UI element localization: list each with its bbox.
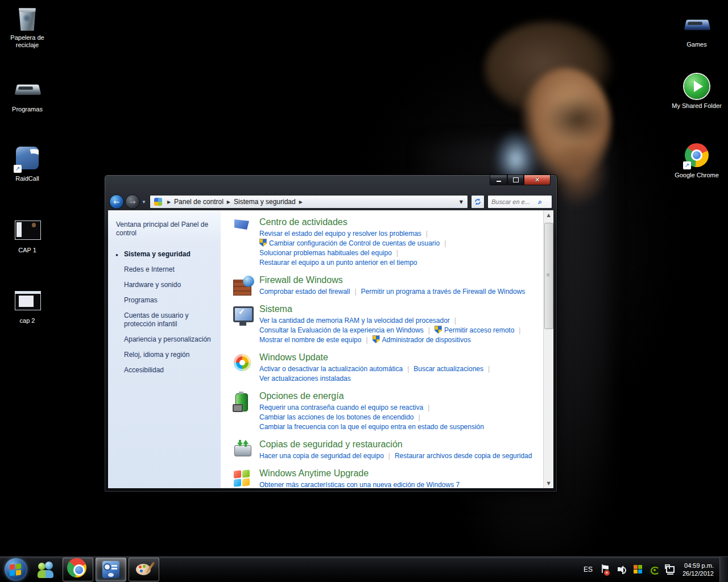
desktop-icon-google-chrome[interactable]: ↗ Google Chrome (669, 142, 724, 179)
task-link[interactable]: Ver la cantidad de memoria RAM y la velo… (259, 317, 450, 325)
desktop-icon-cap-2[interactable]: cap 2 (0, 288, 55, 325)
sidebar-item[interactable]: Cuentas de usuario y protección infantil (108, 308, 221, 332)
section-title[interactable]: Centro de actividades (259, 217, 450, 227)
scrollbar[interactable]: ▲ ▼ (543, 210, 553, 488)
link-separator: | (419, 413, 420, 421)
minimize-button[interactable] (490, 175, 507, 185)
task-link[interactable]: Consultar la Evaluación de la experienci… (259, 326, 424, 334)
system-icon (232, 304, 254, 326)
task-link[interactable]: Activar o desactivar la actualización au… (259, 365, 403, 373)
sidebar-item[interactable]: Apariencia y personalización (108, 332, 221, 347)
task-link[interactable]: Hacer una copia de seguridad del equipo (259, 452, 384, 460)
task-link[interactable]: Obtener más características con una nuev… (259, 481, 460, 488)
scroll-up-icon[interactable]: ▲ (544, 210, 553, 220)
volume-icon[interactable] (617, 564, 627, 575)
history-chevron-icon[interactable]: ▼ (142, 199, 146, 205)
task-link[interactable]: Restaurar archivos desde copia de seguri… (395, 452, 532, 460)
task-link-row: Ver la cantidad de memoria RAM y la velo… (259, 316, 525, 326)
link-separator: | (444, 239, 446, 247)
scroll-down-icon[interactable]: ▼ (544, 479, 553, 488)
address-dropdown-icon[interactable]: ▼ (457, 199, 465, 205)
address-bar[interactable]: ▶ Panel de control ▶ Sistema y seguridad… (150, 195, 468, 209)
window-titlebar[interactable]: ✕ (105, 175, 557, 193)
games-icon (684, 20, 711, 30)
task-link[interactable]: Permitir acceso remoto (435, 326, 514, 334)
desktop-icon-raidcall[interactable]: ↗ RaidCall (0, 146, 55, 182)
firewall-icon (232, 275, 254, 297)
sidebar: Ventana principal del Panel de control S… (108, 210, 221, 488)
back-button[interactable]: ← (109, 194, 124, 209)
sidebar-item[interactable]: Hardware y sonido (108, 277, 221, 293)
sidebar-item[interactable]: Accesibilidad (108, 363, 221, 378)
task-link[interactable]: Mostrar el nombre de este equipo (259, 336, 361, 344)
task-link[interactable]: Comprobar estado del firewall (259, 288, 350, 296)
programas-drive-icon (15, 85, 42, 95)
link-separator: | (388, 452, 390, 460)
sidebar-item[interactable]: Programas (108, 293, 221, 308)
breadcrumb-panel-de-control[interactable]: Panel de control (174, 198, 224, 206)
task-link[interactable]: Cambiar configuración de Control de cuen… (259, 239, 440, 247)
search-input[interactable] (490, 198, 538, 206)
refresh-button[interactable] (471, 195, 485, 209)
desktop-icon-recycle-bin[interactable]: Papelera de reciclaje (0, 5, 55, 49)
task-link[interactable]: Restaurar el equipo a un punto anterior … (259, 259, 417, 267)
task-link[interactable]: Ver actualizaciones instaladas (259, 375, 351, 383)
antivirus-icon[interactable] (633, 564, 643, 575)
taskbar-messenger-button[interactable] (31, 558, 60, 581)
wallpaper-portrait-face (520, 68, 611, 182)
control-panel-section: Copias de seguridad y restauración Hacer… (232, 439, 543, 461)
network-icon[interactable] (665, 564, 675, 575)
close-button[interactable]: ✕ (524, 175, 551, 185)
taskbar-chrome-button[interactable] (63, 558, 93, 581)
task-link[interactable]: Cambiar la frecuencia con la que el equi… (259, 423, 484, 431)
task-link[interactable]: Solucionar problemas habituales del equi… (259, 249, 392, 257)
show-desktop-button[interactable] (719, 557, 728, 582)
control-panel-section: Centro de actividades Revisar el estado … (232, 217, 543, 268)
section-title[interactable]: Windows Update (259, 352, 494, 363)
desktop-icon-programas-drive[interactable]: Programas (0, 76, 55, 113)
search-icon[interactable]: ⌕ (538, 198, 542, 206)
nvidia-icon[interactable] (649, 564, 659, 575)
breadcrumb-arrow-icon: ▶ (167, 199, 171, 205)
scrollbar-thumb[interactable] (544, 223, 553, 329)
start-button[interactable] (5, 558, 27, 581)
task-link[interactable]: Administrador de dispositivos (373, 336, 471, 344)
task-link-row: Hacer una copia de seguridad del equipo|… (259, 451, 532, 461)
maximize-button[interactable] (507, 175, 524, 185)
sidebar-item[interactable]: Sistema y seguridad (108, 247, 221, 262)
breadcrumb-sistema-y-seguridad[interactable]: Sistema y seguridad (234, 198, 296, 206)
cap-2-icon (15, 291, 41, 310)
task-link[interactable]: Permitir un programa a través de Firewal… (361, 288, 526, 296)
link-separator: | (407, 365, 409, 373)
clock[interactable]: 04:59 p.m. 26/12/2012 (682, 562, 714, 577)
section-title[interactable]: Copias de seguridad y restauración (259, 439, 532, 450)
task-link[interactable]: Buscar actualizaciones (413, 365, 483, 373)
search-box[interactable]: ⌕ (487, 195, 552, 209)
section-title[interactable]: Firewall de Windows (259, 275, 525, 285)
forward-button[interactable]: → (125, 194, 140, 209)
language-indicator[interactable]: ES (584, 566, 593, 573)
desktop-icon-cap-1[interactable]: CAP 1 (0, 217, 55, 254)
breadcrumb-arrow-icon: ▶ (299, 199, 303, 205)
desktop-icon-label: cap 2 (0, 317, 55, 325)
desktop-icon-games[interactable]: Games (669, 11, 724, 48)
taskbar-control-panel-button[interactable] (96, 558, 126, 581)
task-link[interactable]: Revisar el estado del equipo y resolver … (259, 230, 421, 238)
section-title[interactable]: Opciones de energía (259, 391, 484, 401)
control-panel-section: Windows Update Activar o desactivar la a… (232, 352, 543, 384)
desktop-icon-my-shared-folder[interactable]: My Shared Folder (669, 73, 724, 110)
task-link-row: Activar o desactivar la actualización au… (259, 364, 494, 374)
action-center-flag-icon[interactable] (601, 564, 611, 575)
sidebar-item[interactable]: Reloj, idioma y región (108, 347, 221, 363)
chrome-icon (69, 561, 86, 578)
sidebar-item[interactable]: Redes e Internet (108, 262, 221, 277)
sidebar-home-link[interactable]: Ventana principal del Panel de control (108, 217, 221, 247)
desktop-icon-label: Papelera de reciclaje (0, 34, 55, 49)
task-link[interactable]: Requerir una contraseña cuando el equipo… (259, 404, 423, 411)
section-title[interactable]: Sistema (259, 304, 525, 314)
taskbar-paint-button[interactable] (129, 558, 159, 581)
control-panel-window: ✕ ← → ▼ ▶ Panel de control ▶ Sistema y s… (104, 174, 557, 492)
task-link[interactable]: Cambiar las acciones de los botones de e… (259, 413, 414, 421)
section-title[interactable]: Windows Anytime Upgrade (259, 468, 460, 479)
my-shared-folder-icon (684, 74, 709, 99)
